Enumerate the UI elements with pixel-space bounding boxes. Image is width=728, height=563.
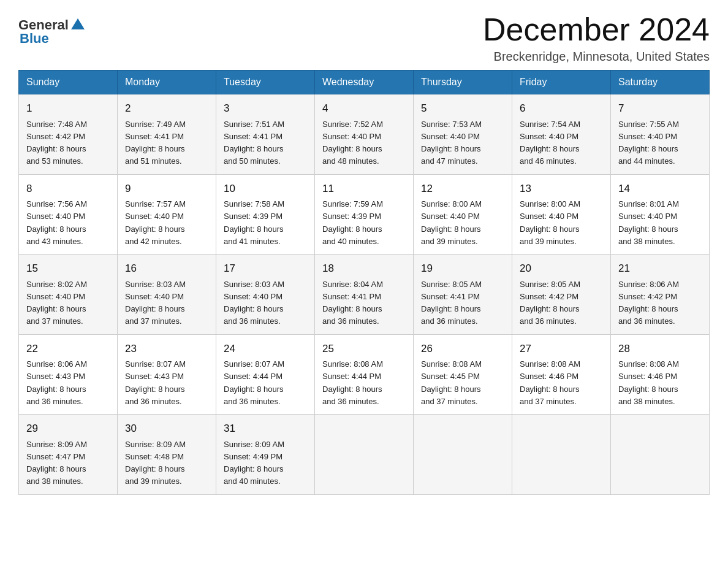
calendar-day-cell: 9 Sunrise: 7:57 AMSunset: 4:40 PMDayligh…: [118, 174, 216, 255]
day-info: Sunrise: 7:51 AMSunset: 4:41 PMDaylight:…: [224, 120, 284, 166]
calendar-day-cell: 28 Sunrise: 8:08 AMSunset: 4:46 PMDaylig…: [611, 334, 710, 415]
day-number: 18: [322, 261, 406, 277]
col-wednesday: Wednesday: [315, 71, 414, 94]
logo-triangle-icon: [71, 17, 85, 31]
location-subtitle: Breckenridge, Minnesota, United States: [483, 50, 710, 64]
svg-marker-0: [71, 18, 85, 29]
calendar-day-cell: 18 Sunrise: 8:04 AMSunset: 4:41 PMDaylig…: [315, 255, 414, 335]
day-number: 5: [421, 101, 504, 117]
day-info: Sunrise: 7:56 AMSunset: 4:40 PMDaylight:…: [26, 199, 87, 246]
day-number: 27: [520, 341, 603, 357]
calendar-day-cell: 5 Sunrise: 7:53 AMSunset: 4:40 PMDayligh…: [414, 94, 512, 175]
calendar-day-cell: 21 Sunrise: 8:06 AMSunset: 4:42 PMDaylig…: [611, 255, 710, 335]
calendar-day-cell: 6 Sunrise: 7:54 AMSunset: 4:40 PMDayligh…: [512, 94, 611, 175]
page-header: General Blue December 2024 Breckenridge,…: [18, 12, 710, 64]
day-number: 3: [224, 101, 307, 117]
calendar-day-cell: 22 Sunrise: 8:06 AMSunset: 4:43 PMDaylig…: [19, 334, 118, 415]
day-number: 14: [618, 181, 702, 197]
calendar-day-cell: 7 Sunrise: 7:55 AMSunset: 4:40 PMDayligh…: [611, 94, 710, 175]
calendar-day-cell: 8 Sunrise: 7:56 AMSunset: 4:40 PMDayligh…: [19, 174, 118, 255]
day-info: Sunrise: 8:03 AMSunset: 4:40 PMDaylight:…: [224, 280, 284, 326]
day-info: Sunrise: 8:09 AMSunset: 4:49 PMDaylight:…: [224, 440, 284, 486]
day-number: 24: [224, 341, 307, 357]
day-info: Sunrise: 7:53 AMSunset: 4:40 PMDaylight:…: [421, 120, 482, 166]
calendar-day-cell: 14 Sunrise: 8:01 AMSunset: 4:40 PMDaylig…: [611, 174, 710, 255]
day-number: 30: [125, 421, 208, 437]
calendar-table: Sunday Monday Tuesday Wednesday Thursday…: [18, 70, 710, 495]
day-number: 20: [520, 261, 603, 277]
logo: General Blue: [18, 17, 85, 45]
day-number: 8: [26, 181, 110, 197]
day-number: 4: [322, 101, 406, 117]
calendar-week-row: 22 Sunrise: 8:06 AMSunset: 4:43 PMDaylig…: [19, 334, 710, 415]
day-number: 13: [520, 181, 603, 197]
day-number: 2: [125, 101, 208, 117]
day-number: 23: [125, 341, 208, 357]
col-thursday: Thursday: [414, 71, 512, 94]
day-info: Sunrise: 8:05 AMSunset: 4:41 PMDaylight:…: [421, 280, 482, 326]
logo-general-text: General: [18, 18, 69, 32]
calendar-day-cell: 1 Sunrise: 7:48 AMSunset: 4:42 PMDayligh…: [19, 94, 118, 175]
calendar-day-cell: 31 Sunrise: 8:09 AMSunset: 4:49 PMDaylig…: [216, 415, 315, 495]
calendar-day-cell: 10 Sunrise: 7:58 AMSunset: 4:39 PMDaylig…: [216, 174, 315, 255]
calendar-day-cell: 19 Sunrise: 8:05 AMSunset: 4:41 PMDaylig…: [414, 255, 512, 335]
day-number: 25: [322, 341, 406, 357]
day-info: Sunrise: 8:02 AMSunset: 4:40 PMDaylight:…: [26, 280, 87, 326]
day-info: Sunrise: 8:08 AMSunset: 4:46 PMDaylight:…: [520, 359, 580, 406]
day-info: Sunrise: 8:06 AMSunset: 4:42 PMDaylight:…: [618, 280, 679, 326]
col-friday: Friday: [512, 71, 611, 94]
day-number: 22: [26, 341, 110, 357]
day-info: Sunrise: 8:00 AMSunset: 4:40 PMDaylight:…: [520, 199, 580, 246]
calendar-day-cell: 27 Sunrise: 8:08 AMSunset: 4:46 PMDaylig…: [512, 334, 611, 415]
day-info: Sunrise: 7:52 AMSunset: 4:40 PMDaylight:…: [322, 120, 383, 166]
calendar-week-row: 29 Sunrise: 8:09 AMSunset: 4:47 PMDaylig…: [19, 415, 710, 495]
day-number: 7: [618, 101, 702, 117]
day-info: Sunrise: 7:48 AMSunset: 4:42 PMDaylight:…: [26, 120, 87, 166]
day-info: Sunrise: 7:55 AMSunset: 4:40 PMDaylight:…: [618, 120, 679, 166]
day-number: 15: [26, 261, 110, 277]
logo-icon: General Blue: [18, 17, 85, 45]
day-info: Sunrise: 8:04 AMSunset: 4:41 PMDaylight:…: [322, 280, 383, 326]
day-info: Sunrise: 8:08 AMSunset: 4:46 PMDaylight:…: [618, 359, 679, 406]
col-monday: Monday: [118, 71, 216, 94]
day-info: Sunrise: 8:08 AMSunset: 4:44 PMDaylight:…: [322, 359, 383, 406]
calendar-week-row: 15 Sunrise: 8:02 AMSunset: 4:40 PMDaylig…: [19, 255, 710, 335]
calendar-day-cell: 17 Sunrise: 8:03 AMSunset: 4:40 PMDaylig…: [216, 255, 315, 335]
day-number: 21: [618, 261, 702, 277]
calendar-week-row: 1 Sunrise: 7:48 AMSunset: 4:42 PMDayligh…: [19, 94, 710, 175]
col-tuesday: Tuesday: [216, 71, 315, 94]
day-number: 10: [224, 181, 307, 197]
calendar-header-row: Sunday Monday Tuesday Wednesday Thursday…: [19, 71, 710, 94]
calendar-day-cell: [315, 415, 414, 495]
day-info: Sunrise: 7:49 AMSunset: 4:41 PMDaylight:…: [125, 120, 186, 166]
calendar-day-cell: 30 Sunrise: 8:09 AMSunset: 4:48 PMDaylig…: [118, 415, 216, 495]
day-number: 1: [26, 101, 110, 117]
month-title: December 2024: [483, 12, 710, 47]
calendar-day-cell: 23 Sunrise: 8:07 AMSunset: 4:43 PMDaylig…: [118, 334, 216, 415]
day-info: Sunrise: 8:05 AMSunset: 4:42 PMDaylight:…: [520, 280, 580, 326]
calendar-day-cell: [414, 415, 512, 495]
calendar-week-row: 8 Sunrise: 7:56 AMSunset: 4:40 PMDayligh…: [19, 174, 710, 255]
calendar-day-cell: 24 Sunrise: 8:07 AMSunset: 4:44 PMDaylig…: [216, 334, 315, 415]
calendar-day-cell: 25 Sunrise: 8:08 AMSunset: 4:44 PMDaylig…: [315, 334, 414, 415]
col-sunday: Sunday: [19, 71, 118, 94]
calendar-day-cell: 15 Sunrise: 8:02 AMSunset: 4:40 PMDaylig…: [19, 255, 118, 335]
calendar-day-cell: 2 Sunrise: 7:49 AMSunset: 4:41 PMDayligh…: [118, 94, 216, 175]
day-info: Sunrise: 8:07 AMSunset: 4:44 PMDaylight:…: [224, 359, 284, 406]
day-info: Sunrise: 7:59 AMSunset: 4:39 PMDaylight:…: [322, 199, 383, 246]
day-number: 29: [26, 421, 110, 437]
calendar-day-cell: 12 Sunrise: 8:00 AMSunset: 4:40 PMDaylig…: [414, 174, 512, 255]
day-number: 16: [125, 261, 208, 277]
title-section: December 2024 Breckenridge, Minnesota, U…: [483, 12, 710, 64]
day-number: 6: [520, 101, 603, 117]
day-info: Sunrise: 8:09 AMSunset: 4:48 PMDaylight:…: [125, 440, 186, 486]
day-number: 12: [421, 181, 504, 197]
calendar-day-cell: 20 Sunrise: 8:05 AMSunset: 4:42 PMDaylig…: [512, 255, 611, 335]
calendar-day-cell: 26 Sunrise: 8:08 AMSunset: 4:45 PMDaylig…: [414, 334, 512, 415]
day-number: 28: [618, 341, 702, 357]
day-info: Sunrise: 8:07 AMSunset: 4:43 PMDaylight:…: [125, 359, 186, 406]
day-info: Sunrise: 8:08 AMSunset: 4:45 PMDaylight:…: [421, 359, 482, 406]
day-info: Sunrise: 7:54 AMSunset: 4:40 PMDaylight:…: [520, 120, 580, 166]
calendar-day-cell: [512, 415, 611, 495]
day-number: 17: [224, 261, 307, 277]
